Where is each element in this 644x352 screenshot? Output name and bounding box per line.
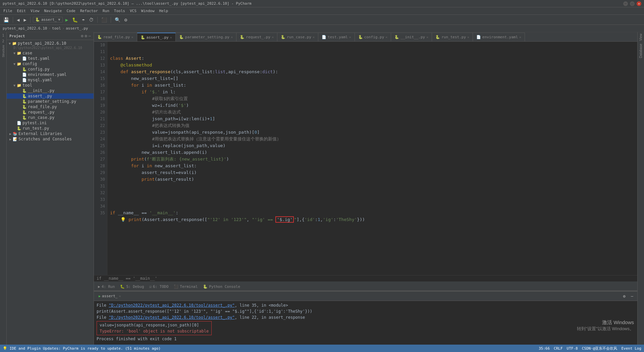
sidebar-icon-minimize[interactable]: — — [89, 34, 91, 38]
tree-pytest-ini[interactable]: 📄 pytest.ini — [7, 120, 94, 126]
tree-request-py[interactable]: 🐍 request_.py — [7, 109, 94, 115]
menu-refactor[interactable]: Refactor — [78, 8, 100, 14]
maximize-button[interactable]: □ — [630, 1, 635, 6]
breadcrumb-root[interactable]: pytest_api_2022.6.10 — [3, 26, 47, 31]
run-tab-close[interactable]: ✕ — [119, 294, 121, 298]
toolbar-save[interactable]: 💾 — [2, 16, 10, 23]
tree-root[interactable]: ▼ 📁 pytest_api_2022.6.10 — [7, 41, 94, 46]
menu-run[interactable]: Run — [101, 8, 111, 14]
code-editor[interactable]: 10 11 12 13 14 15 16 17 18 19 20 21 22 2… — [94, 42, 637, 275]
tree-init-py[interactable]: 🐍 __init__.py — [7, 88, 94, 93]
sidebar-header-icons: ⚙ ⚙ — — [81, 34, 91, 38]
window-controls: ─ □ ✕ — [623, 1, 641, 6]
error-link-1[interactable]: "D:/python2022/pytest_api_2022.6.10/tool… — [109, 303, 235, 308]
line-numbers: 10 11 12 13 14 15 16 17 18 19 20 21 22 2… — [94, 42, 107, 275]
menu-vcs[interactable]: VCS — [128, 8, 139, 14]
tree-tool[interactable]: ▼ 📁 tool — [7, 83, 94, 88]
settings-button[interactable]: ⚙ — [123, 16, 128, 23]
right-icon-view[interactable]: View — [639, 34, 643, 41]
tree-assert-py[interactable]: 🐍 assert_.py — [7, 93, 94, 99]
code-text[interactable]: class Assert: @classmethod def assert_re… — [107, 42, 637, 275]
status-encoding[interactable]: UTF-8 — [567, 346, 578, 351]
debug-button[interactable]: 🐛 — [71, 16, 79, 23]
tab-initpy-close[interactable]: ✕ — [426, 35, 428, 39]
tree-env-yaml[interactable]: 📄 environment.yaml — [7, 72, 94, 77]
minimize-button[interactable]: ─ — [623, 1, 628, 6]
menu-view[interactable]: View — [29, 8, 42, 14]
tree-param-py[interactable]: 🐍 parameter_setting.py — [7, 99, 94, 104]
tab-initpy[interactable]: 🐍 __init__.py ✕ — [391, 33, 432, 41]
bottom-tab-python-console[interactable]: 🐍 Python Console — [200, 282, 243, 291]
right-icon-database[interactable]: Database — [639, 44, 643, 58]
tab-param[interactable]: 🐍 parameter_setting.py ✕ — [176, 33, 236, 41]
tree-runcase-py[interactable]: 🐍 run_case.py — [7, 115, 94, 120]
search-button[interactable]: 🔍 — [113, 16, 122, 23]
menu-help[interactable]: Help — [157, 8, 170, 14]
windows-activation: 激活 Windows 转到"设置"以激活 Windows。 — [577, 319, 634, 332]
tree-case[interactable]: ▼ 📁 case — [7, 50, 94, 56]
bottom-tab-terminal[interactable]: ⬛ Terminal — [171, 282, 200, 291]
toolbar-forward[interactable]: ▶ — [22, 16, 28, 23]
menu-code[interactable]: Code — [64, 8, 77, 14]
toolbar-sep3 — [97, 17, 98, 23]
tab-envyaml[interactable]: 📄 environment.yaml ✕ — [473, 33, 525, 41]
bottom-tab-todo[interactable]: ☑ 6: TODO — [147, 282, 171, 291]
tab-param-close[interactable]: ✕ — [231, 35, 233, 39]
status-crlf[interactable]: CRLF — [554, 346, 563, 351]
close-button[interactable]: ✕ — [637, 1, 641, 6]
menu-window[interactable]: Window — [139, 8, 157, 14]
tab-readfile-close[interactable]: ✕ — [131, 35, 133, 39]
coverage-button[interactable]: ☂ — [80, 16, 86, 23]
bottom-panel: ▶ assert_ ✕ ⚙ — File "D:/python2022/pyte… — [94, 291, 637, 345]
menu-tools[interactable]: Tools — [112, 8, 127, 14]
error-link-2[interactable]: "D:/python2022/pytest_api_2022.6.10/tool… — [109, 315, 235, 320]
tree-scratches[interactable]: ▶ 📝 Scratches and Consoles — [7, 136, 94, 142]
run-config-dropdown[interactable]: 🐍 assert_ ▼ — [33, 17, 63, 23]
tree-config-py[interactable]: 🐍 config.py — [7, 67, 94, 72]
tab-assert[interactable]: 🐍 assert_.py ✕ — [137, 33, 176, 41]
tree-runtest-py[interactable]: 🐍 run_test.py — [7, 126, 94, 131]
breadcrumb-file[interactable]: assert_.py — [66, 26, 88, 31]
tab-runcase[interactable]: 🐍 run_case.py ✕ — [277, 33, 318, 41]
status-position[interactable]: 35:66 — [539, 346, 550, 351]
status-event-log[interactable]: Event Log — [621, 346, 641, 351]
profile-button[interactable]: ⏱ — [88, 16, 95, 23]
tab-configpy[interactable]: 🐍 config.py ✕ — [355, 33, 391, 41]
tab-assert-close[interactable]: ✕ — [170, 36, 172, 39]
bottom-settings[interactable]: ⚙ — [622, 293, 627, 299]
left-icon-2[interactable]: 2 — [2, 39, 4, 43]
bottom-tab-run[interactable]: ▶ 4: Run — [95, 282, 117, 291]
tab-configpy-close[interactable]: ✕ — [385, 35, 387, 39]
menu-navigate[interactable]: Navigate — [42, 8, 64, 14]
tree-external-libs[interactable]: ▶ 📚 External Libraries — [7, 131, 94, 136]
tab-runtest-close[interactable]: ✕ — [467, 35, 469, 39]
tab-testyaml-close[interactable]: ✕ — [349, 35, 351, 39]
tab-testyaml[interactable]: 📄 test.yaml ✕ — [318, 33, 355, 41]
tree-test-yaml[interactable]: 📄 test.yaml — [7, 56, 94, 61]
tab-request[interactable]: 🐍 request_.py ✕ — [236, 33, 277, 41]
tab-request-close[interactable]: ✕ — [272, 35, 274, 39]
sidebar-icon-gear[interactable]: ⚙ — [85, 34, 87, 38]
menu-edit[interactable]: Edit — [15, 8, 28, 14]
tab-envyaml-close[interactable]: ✕ — [519, 35, 521, 39]
sidebar-icon-refresh[interactable]: ⚙ — [81, 34, 83, 38]
toolbar-back[interactable]: ◀ — [15, 16, 21, 23]
run-button[interactable]: ▶ — [64, 16, 69, 23]
breadcrumb-tool[interactable]: tool — [52, 26, 61, 31]
menu-file[interactable]: File — [1, 8, 14, 14]
tree-readfile-py[interactable]: 🐍 read_file.py — [7, 104, 94, 109]
right-sidebar: View Database — [637, 32, 644, 345]
bottom-tab-debug[interactable]: 🐛 5: Debug — [117, 282, 147, 291]
tab-readfile[interactable]: 🐍 read_file.py ✕ — [94, 33, 137, 41]
run-tab[interactable]: ▶ assert_ ✕ — [97, 294, 123, 298]
tree-config[interactable]: ▼ 📁 config — [7, 61, 94, 67]
toolbar-sep2 — [30, 17, 31, 23]
windows-activation-desc: 转到"设置"以激活 Windows。 — [577, 326, 634, 332]
left-icon-structure[interactable]: Structure — [2, 45, 5, 57]
bottom-minimize[interactable]: — — [630, 293, 635, 299]
tab-runtest[interactable]: 🐍 run_test.py ✕ — [432, 33, 473, 41]
stop-button[interactable]: ⬛ — [100, 16, 108, 23]
tab-runcase-close[interactable]: ✕ — [313, 35, 315, 39]
left-icon-1[interactable]: 1 — [2, 34, 4, 37]
tree-mysql-yaml[interactable]: 📄 mysql.yaml — [7, 77, 94, 83]
